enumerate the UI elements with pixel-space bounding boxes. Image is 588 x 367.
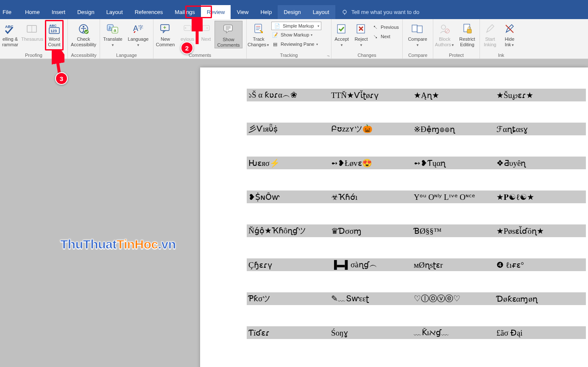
- table-cell[interactable]: Yᵒᵘ Oᶰˡʸ Lᶦᵛᵉ Oᶰᶜᵉ: [412, 191, 495, 203]
- table-cell[interactable]: ﹏Ǩıﬡɠ﹏: [412, 326, 495, 339]
- table-cell[interactable]: Ɗøƙɛαɱøɳ: [495, 292, 586, 305]
- tab-insert[interactable]: Insert: [46, 5, 72, 19]
- svg-line-35: [446, 30, 449, 32]
- table-cell[interactable]: мØɳsʈɛr: [412, 258, 495, 271]
- display-for-review-dropdown[interactable]: 📄Simple Markup▾: [271, 22, 321, 30]
- table-cell[interactable]: ❥ṨɴȎⱳ: [247, 191, 329, 203]
- table-cell[interactable]: ❖Ƌυyêɳ: [495, 157, 586, 169]
- show-comments-icon: [223, 22, 234, 36]
- tab-home[interactable]: Home: [19, 5, 46, 19]
- spelling-grammar-button[interactable]: ABC elling & rammar: [0, 21, 20, 48]
- tab-table-layout[interactable]: Layout: [307, 5, 335, 19]
- table-cell[interactable]: £ãσ Ɖąi: [495, 326, 586, 339]
- tab-layout[interactable]: Layout: [100, 5, 129, 19]
- table-cell[interactable]: ★Šu℘ɛɾ★: [495, 89, 586, 101]
- table-cell[interactable]: ❹ ℓıғɛ°: [495, 258, 586, 271]
- table-cell[interactable]: ★𝐏☯ℓ☯★: [495, 191, 586, 203]
- language-icon: A字: [132, 22, 144, 36]
- table-cell[interactable]: Ƥƙσツ: [247, 292, 329, 305]
- document-table[interactable]: ১Š α ƙʋɾα︵❀TTŇ★Ѵἶʈøɾү★Ąɳ★★Šu℘ɛɾ★彡ѴıяῧṩԲʊ…: [247, 89, 586, 339]
- table-row[interactable]: ❥ṨɴȎⱳ☣ҠɦớıYᵒᵘ Oᶰˡʸ Lᶦᵛᵉ Oᶰᶜᵉ★𝐏☯ℓ☯★: [247, 191, 586, 203]
- accept-icon: [336, 22, 347, 36]
- restrict-editing-button[interactable]: Restrict Editing: [456, 21, 478, 48]
- table-cell[interactable]: ƁØ§§™: [412, 224, 495, 237]
- tab-mailings[interactable]: Mailings: [169, 5, 201, 19]
- changes-next-button[interactable]: ⭨Next: [371, 32, 399, 41]
- group-label-protect: Protect: [433, 52, 479, 59]
- table-cell[interactable]: Śoŋɣ: [329, 326, 412, 339]
- table-cell[interactable]: Ƭïʛɛɾ: [247, 326, 329, 339]
- tab-design[interactable]: Design: [71, 5, 100, 19]
- show-comments-button[interactable]: Show Comments: [215, 21, 242, 48]
- watermark-logo: ThuThuatTinHoc.vn: [60, 237, 176, 252]
- show-markup-button[interactable]: 📝Show Markup▾: [271, 30, 321, 39]
- svg-point-9: [83, 26, 84, 28]
- tab-help[interactable]: Help: [254, 5, 278, 19]
- hide-ink-button[interactable]: Hide Ink▼: [500, 21, 519, 48]
- reviewing-pane-button[interactable]: ▤Reviewing Pane▾: [271, 39, 321, 49]
- compare-button[interactable]: Compare▼: [403, 21, 432, 48]
- reject-button[interactable]: Reject▼: [352, 21, 371, 48]
- table-cell[interactable]: ℱαɳȶαsɣ: [495, 123, 586, 135]
- table-cell[interactable]: ☣Ҡɦớı: [329, 191, 412, 203]
- table-row[interactable]: Ƥƙσツ✎﹏Տⱳεεʈ♡ⓛⓞⓥⓔ♡Ɗøƙɛαɱøɳ: [247, 292, 586, 305]
- svg-text:ABC: ABC: [49, 24, 57, 28]
- tab-view[interactable]: View: [231, 5, 254, 19]
- track-changes-icon: [253, 22, 264, 36]
- accept-button[interactable]: Accept▼: [332, 21, 352, 48]
- table-row[interactable]: ১Š α ƙʋɾα︵❀TTŇ★Ѵἶʈøɾү★Ąɳ★★Šu℘ɛɾ★: [247, 89, 586, 101]
- svg-text:123: 123: [50, 29, 57, 33]
- accessibility-icon: [78, 22, 89, 36]
- tell-me-search[interactable]: Tell me what you want to do: [335, 5, 419, 19]
- table-row[interactable]: Ƕɛяσ⚡➻❥Łøvɛ😍➻❥Ƭųαɳ❖Ƌυyêɳ: [247, 157, 586, 169]
- thesaurus-button[interactable]: Thesaurus: [20, 21, 44, 47]
- table-cell[interactable]: ★Ąɳ★: [412, 89, 495, 101]
- changes-previous-button[interactable]: ⭦Previous: [371, 22, 399, 32]
- group-label-proofing: Proofing: [0, 52, 67, 59]
- table-cell[interactable]: ▐▬▌σàɳɠ︵: [329, 258, 412, 271]
- track-changes-button[interactable]: Track Changes▼: [247, 21, 270, 48]
- table-row[interactable]: ƬïʛɛɾŚoŋɣ﹏Ǩıﬡɠ﹏£ãσ Ɖąi: [247, 326, 586, 339]
- translate-icon: あa: [107, 22, 119, 36]
- tab-table-design[interactable]: Design: [278, 5, 307, 19]
- compare-icon: [411, 22, 424, 36]
- table-cell[interactable]: Բʊzzʏツ🎃: [329, 123, 412, 135]
- table-cell[interactable]: ♡ⓛⓞⓥⓔ♡: [412, 292, 495, 305]
- document-page[interactable]: ১Š α ƙʋɾα︵❀TTŇ★Ѵἶʈøɾү★Ąɳ★★Šu℘ɛɾ★彡ѴıяῧṩԲʊ…: [200, 67, 588, 367]
- table-row[interactable]: 彡ѴıяῧṩԲʊzzʏツ🎃※Ðệɱ๏๏ɳℱαɳȶαsɣ: [247, 123, 586, 135]
- comment-next-button: Next: [198, 21, 215, 47]
- table-cell[interactable]: ১Š α ƙʋɾα︵❀: [247, 89, 329, 101]
- table-cell[interactable]: TTŇ★Ѵἶʈøɾү: [329, 89, 412, 101]
- word-count-button[interactable]: ABC123 Word Count: [44, 21, 64, 48]
- language-button[interactable]: A字 Language▼: [125, 21, 151, 48]
- svg-text:A: A: [133, 24, 138, 33]
- reviewing-pane-icon: ▤: [271, 42, 279, 47]
- translate-button[interactable]: あa Translate▼: [100, 21, 125, 48]
- tab-file[interactable]: File: [0, 5, 19, 19]
- table-cell[interactable]: ➻❥Ƭųαɳ: [412, 157, 495, 169]
- table-cell[interactable]: Ňǵộ★Ҡɦôɳɠツ: [247, 224, 329, 237]
- block-authors-button: Block Authors▼: [433, 21, 456, 48]
- table-cell[interactable]: ★Pøsɛἶɗöɳ★: [495, 224, 586, 237]
- table-row[interactable]: Çɧɛɾү▐▬▌σàɳɠ︵мØɳsʈɛr❹ ℓıғɛ°: [247, 258, 586, 271]
- table-cell[interactable]: ➻❥Łøvɛ😍: [329, 157, 412, 169]
- table-cell[interactable]: ※Ðệɱ๏๏ɳ: [412, 123, 495, 135]
- group-label-compare: Compare: [403, 52, 433, 59]
- check-accessibility-button[interactable]: Check Accessibility: [68, 21, 99, 48]
- tab-references[interactable]: References: [129, 5, 169, 19]
- new-comment-button[interactable]: + New Commen: [153, 21, 177, 48]
- table-cell[interactable]: ✎﹏Տⱳεεʈ: [329, 292, 412, 305]
- group-label-accessibility: Accessibility: [68, 52, 100, 59]
- reject-icon: [356, 22, 367, 36]
- table-cell[interactable]: 彡Ѵıяῧṩ: [247, 123, 329, 135]
- table-cell[interactable]: Çɧɛɾү: [247, 258, 329, 271]
- table-cell[interactable]: Ƕɛяσ⚡: [247, 157, 329, 169]
- group-label-tracking[interactable]: Tracking: [247, 52, 331, 59]
- table-cell[interactable]: ♛Ɗσσɱ: [329, 224, 412, 237]
- previous-change-icon: ⭦: [371, 25, 379, 30]
- tab-review[interactable]: Review: [201, 5, 231, 19]
- hide-ink-icon: [504, 22, 515, 36]
- pen-icon: [485, 22, 495, 36]
- table-row[interactable]: Ňǵộ★Ҡɦôɳɠツ♛ƊσσɱƁØ§§™★Pøsɛἶɗöɳ★: [247, 224, 586, 237]
- tell-me-placeholder: Tell me what you want to do: [351, 9, 419, 15]
